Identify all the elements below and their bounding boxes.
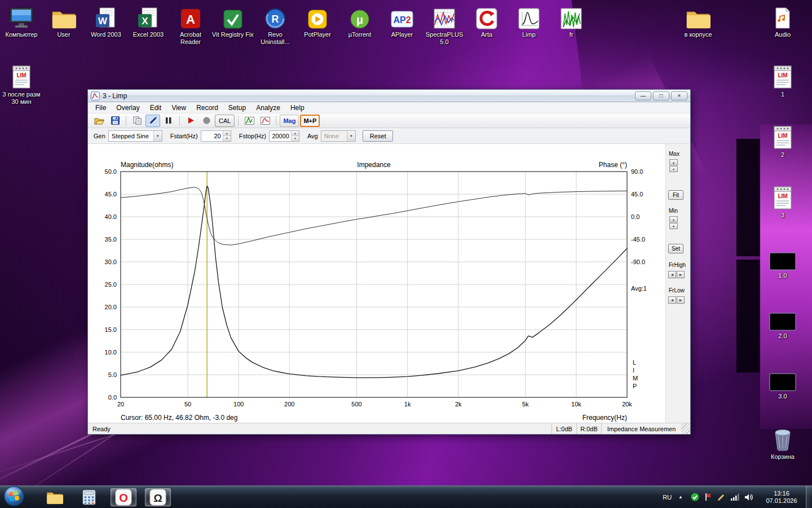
- max-down-button[interactable]: ▼: [669, 166, 678, 172]
- language-indicator[interactable]: RU: [659, 494, 675, 501]
- save-button[interactable]: [108, 115, 122, 127]
- pause-button[interactable]: [161, 115, 176, 127]
- desktop-icon-aplayer[interactable]: AP2APlayer: [381, 3, 423, 38]
- menu-view[interactable]: View: [166, 103, 191, 113]
- overlay-tool-button[interactable]: [145, 115, 160, 127]
- min-up-button[interactable]: ▲: [669, 216, 678, 222]
- desktop-icon-revo-uninstaller[interactable]: RRevo Uninstall...: [254, 3, 297, 46]
- calibrate-button[interactable]: CAL: [215, 115, 235, 127]
- plot-area[interactable]: 50.045.040.035.030.025.020.015.010.05.00…: [88, 144, 657, 409]
- desktop-icon-v-korpuse[interactable]: в корпусе: [677, 3, 720, 38]
- taskbar-limp-button[interactable]: Ω: [145, 488, 171, 506]
- desktop-icon-spectraplus[interactable]: SpectraPLUS 5.0: [423, 3, 466, 46]
- generator-type-value: Stepped Sine: [112, 133, 149, 139]
- tray-network-icon[interactable]: [730, 493, 739, 501]
- desktop-icon-video-1-0[interactable]: 1.0: [761, 244, 804, 279]
- svg-text:-90.0: -90.0: [631, 259, 645, 265]
- copy-button[interactable]: [130, 115, 144, 127]
- desktop-icon-video-2-0[interactable]: 2.0: [761, 305, 804, 340]
- spectrum-view-button[interactable]: [242, 115, 257, 127]
- desktop-icon-lim-1[interactable]: LIM1: [761, 63, 804, 98]
- desktop-icon-limp[interactable]: Limp: [508, 3, 550, 38]
- fstop-input[interactable]: 20000 ▲▼: [269, 130, 299, 142]
- app-icon: [91, 91, 100, 100]
- generator-type-select[interactable]: Stepped Sine ▼: [108, 130, 162, 142]
- svg-text:µ: µ: [356, 13, 363, 26]
- record-button[interactable]: [199, 115, 214, 127]
- magnitude-view-button[interactable]: Mag: [280, 115, 299, 127]
- minimize-button[interactable]: —: [635, 91, 651, 100]
- close-button[interactable]: ×: [671, 91, 687, 100]
- resize-grip[interactable]: [681, 423, 690, 434]
- desktop-icon-label: µTorrent: [348, 31, 372, 38]
- tray-pencil-icon[interactable]: [717, 493, 725, 501]
- desktop-icon-audio[interactable]: Audio: [761, 3, 804, 38]
- title-bar[interactable]: 3 - Limp — □ ×: [88, 90, 690, 102]
- maximize-button[interactable]: □: [653, 91, 669, 100]
- response-view-button[interactable]: [258, 115, 272, 127]
- tray-volume-icon[interactable]: [744, 493, 753, 501]
- set-button[interactable]: Set: [668, 244, 683, 253]
- desktop-icon-recycle-bin[interactable]: Корзина: [761, 426, 804, 461]
- frhigh-left-button[interactable]: ◄: [668, 271, 676, 278]
- folder-icon: [51, 3, 76, 29]
- desktop-icon-utorrent[interactable]: µµTorrent: [338, 3, 381, 38]
- menu-help[interactable]: Help: [285, 103, 310, 113]
- computer-icon: [9, 3, 34, 29]
- frlow-left-button[interactable]: ◄: [668, 296, 676, 304]
- svg-text:5.0: 5.0: [108, 371, 117, 378]
- desktop-icon-fr[interactable]: fr: [550, 3, 593, 38]
- fstart-spinner[interactable]: ▲▼: [223, 131, 231, 141]
- frhigh-spinner: ◄ ►: [668, 271, 685, 278]
- tray-action-center-flag-icon[interactable]: [704, 493, 712, 501]
- avg-label: Avg: [307, 133, 318, 139]
- limdoc-icon: LIM: [773, 184, 793, 210]
- desktop-icon-video-3-0[interactable]: 3.0: [761, 365, 804, 400]
- desktop-icon-lim-3[interactable]: LIM3: [761, 184, 804, 219]
- desktop-icon-lim-2[interactable]: LIM2: [761, 124, 804, 159]
- tray-antivirus-check-icon[interactable]: [691, 493, 699, 501]
- menu-analyze[interactable]: Analyze: [251, 103, 285, 113]
- menu-overlay[interactable]: Overlay: [111, 103, 144, 113]
- desktop-icon-3-posle-razm-30-min[interactable]: LIM3 после разм 30 мин: [0, 63, 43, 106]
- spectraplus-icon: [433, 3, 456, 29]
- potplayer-icon: [307, 3, 328, 29]
- min-down-button[interactable]: ▼: [669, 223, 678, 229]
- desktop-icon-potplayer[interactable]: PotPlayer: [296, 3, 339, 38]
- fit-button[interactable]: Fit: [668, 190, 683, 200]
- desktop-icon-label: Vit Registry Fix: [212, 31, 254, 38]
- fstart-input[interactable]: 20 ▲▼: [201, 130, 231, 142]
- start-button[interactable]: [0, 486, 28, 508]
- avg-select[interactable]: None ▼: [321, 130, 356, 142]
- desktop-icon-label: Audio: [775, 31, 791, 38]
- desktop-icon-label: 2.0: [778, 332, 787, 340]
- desktop-icon-user[interactable]: User: [42, 3, 85, 38]
- desktop-icon-word-2003[interactable]: WWord 2003: [85, 3, 127, 38]
- taskbar-explorer-button[interactable]: [42, 488, 68, 506]
- taskbar-calculator-button[interactable]: [76, 488, 102, 506]
- desktop-icon-acrobat-reader[interactable]: AAcrobat Reader: [169, 3, 212, 46]
- magnitude-phase-view-button[interactable]: M+P: [300, 115, 320, 127]
- desktop-icon-computer[interactable]: Компьютер: [0, 3, 43, 38]
- show-desktop-button[interactable]: [806, 486, 812, 508]
- open-file-button[interactable]: [92, 115, 107, 127]
- desktop-icon-arta[interactable]: Arta: [465, 3, 508, 38]
- desktop-icon-excel-2003[interactable]: XExcel 2003: [127, 3, 170, 38]
- menu-edit[interactable]: Edit: [145, 103, 167, 113]
- taskbar-opera-button[interactable]: O: [111, 488, 136, 506]
- max-up-button[interactable]: ▲: [669, 159, 678, 165]
- svg-text:1k: 1k: [404, 401, 411, 408]
- frlow-right-button[interactable]: ►: [677, 296, 685, 304]
- start-measurement-button[interactable]: [183, 115, 198, 127]
- menu-file[interactable]: File: [90, 103, 111, 113]
- taskbar-clock[interactable]: 13:16 07.01.2026: [763, 490, 800, 505]
- chevron-down-icon: ▼: [153, 131, 162, 141]
- reset-button[interactable]: Reset: [363, 130, 394, 142]
- toolbar-separator: [126, 116, 126, 126]
- tray-expand-button[interactable]: ▲: [675, 494, 686, 500]
- desktop-icon-vit-registry-fix[interactable]: Vit Registry Fix: [211, 3, 254, 38]
- menu-setup[interactable]: Setup: [223, 103, 251, 113]
- frhigh-right-button[interactable]: ►: [677, 271, 685, 278]
- menu-record[interactable]: Record: [191, 103, 223, 113]
- fstop-spinner[interactable]: ▲▼: [291, 131, 299, 141]
